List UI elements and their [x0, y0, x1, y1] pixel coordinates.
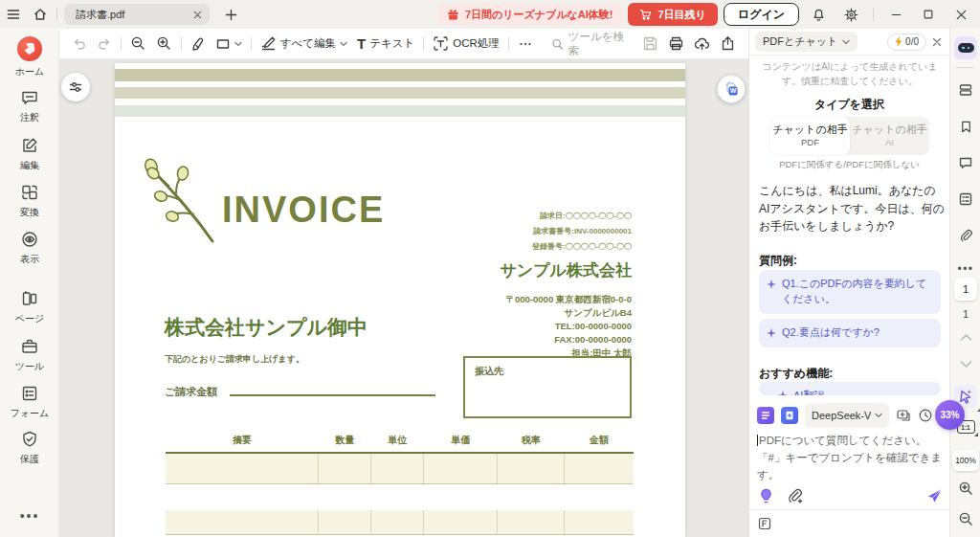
maximize-window-icon[interactable] — [915, 3, 942, 26]
sidebar-item-tools[interactable]: ツール — [0, 337, 59, 373]
previous-page-icon[interactable] — [954, 325, 977, 348]
feature-chip-translate[interactable]: AI翻訳 — [759, 382, 941, 395]
ai-usage-badge[interactable]: 33% — [935, 400, 965, 430]
input-actions — [759, 488, 943, 504]
shape-tool-button[interactable] — [211, 32, 247, 56]
rectangle-shape-icon — [215, 36, 231, 52]
tool-search-input[interactable]: ツールを検索 — [551, 30, 630, 58]
save-icon[interactable] — [637, 32, 663, 56]
notifications-bell-icon[interactable] — [805, 3, 832, 26]
undo-icon[interactable] — [67, 32, 92, 56]
convert-to-word-fab[interactable]: W — [717, 75, 746, 103]
page-total-label: 1 — [950, 308, 980, 320]
minimize-window-icon[interactable] — [882, 3, 909, 26]
redo-icon[interactable] — [92, 32, 117, 56]
prompt-flag-icon[interactable] — [758, 517, 771, 530]
example-question-1[interactable]: Q1.このPDFの内容を要約してください。 — [759, 270, 941, 314]
chevron-down-icon — [875, 413, 882, 418]
form-fields-icon[interactable] — [954, 188, 977, 211]
panel-layout-icon[interactable] — [954, 78, 977, 101]
features-label: おすすめ機能: — [759, 366, 833, 382]
close-window-icon[interactable] — [947, 3, 974, 26]
attach-paperclip-icon[interactable] — [787, 488, 803, 504]
rail-zoom-out-icon[interactable] — [954, 507, 977, 530]
view-options-fab[interactable] — [61, 73, 90, 101]
print-icon[interactable] — [663, 32, 689, 56]
model-toolbar: DeepSeek-V3 — [757, 402, 945, 429]
home-icon[interactable] — [27, 3, 54, 26]
cloud-upload-icon[interactable] — [689, 32, 715, 56]
sparkle-icon — [767, 280, 776, 289]
next-page-icon[interactable] — [954, 352, 977, 375]
ai-assistant-icon[interactable] — [954, 36, 977, 59]
chat-panel-header: PDFとチャット 0/0 — [749, 29, 949, 56]
sidebar-item-convert[interactable]: 変換 — [0, 183, 59, 219]
model-select[interactable]: DeepSeek-V3 — [805, 403, 889, 428]
document-tab[interactable]: 請求書.pdf — [64, 4, 210, 25]
pages-icon — [20, 289, 39, 308]
lightbulb-prompt-icon[interactable] — [759, 488, 773, 504]
rail-more-icon[interactable]: ••• — [950, 262, 980, 276]
sidebar-item-home[interactable]: ホーム — [0, 36, 59, 78]
ai-chat-panel: PDFとチャット 0/0 コンテンツはAIによって生成されています。慎重に精査し… — [748, 29, 949, 537]
document-viewport[interactable]: INVOICE 請求日:〇〇〇〇-〇〇-〇〇 請求書番号:INV-0000000… — [59, 59, 748, 537]
sidebar-item-protect[interactable]: 保護 — [0, 430, 59, 466]
zoom-out-icon[interactable] — [125, 32, 151, 56]
sidebar-item-view[interactable]: 表示 — [0, 230, 59, 266]
decor-stripe-tan — [115, 87, 685, 99]
toggle-chat-with-ai[interactable]: チャットの相手 AI — [850, 117, 929, 155]
toolbar-more-icon[interactable] — [513, 32, 538, 56]
prompt-library-icon[interactable] — [896, 408, 911, 423]
chat-panel-close-icon[interactable] — [930, 35, 944, 49]
sidebar-item-page[interactable]: ページ — [0, 289, 59, 325]
sparkle-icon — [778, 391, 788, 395]
hamburger-menu-icon[interactable] — [0, 3, 27, 26]
sidebar-item-form[interactable]: フォーム — [0, 384, 59, 420]
shield-check-icon — [20, 430, 39, 449]
login-button[interactable]: ログイン — [724, 3, 799, 26]
titlebar-separator — [56, 8, 57, 21]
pdf-page[interactable]: INVOICE 請求日:〇〇〇〇-〇〇-〇〇 請求書番号:INV-0000000… — [115, 63, 685, 537]
examples-label: 質問例: — [759, 253, 797, 269]
rail-zoom-in-icon[interactable] — [954, 477, 977, 500]
ai-credits-badge[interactable]: 0/0 — [887, 34, 926, 51]
edit-all-button[interactable]: すべて編集 — [256, 32, 352, 56]
chat-mode-selector[interactable]: PDFとチャット — [755, 32, 858, 52]
chat-panel-title: PDFとチャット — [763, 34, 837, 49]
new-tab-icon[interactable] — [217, 3, 244, 26]
edit-pencil-icon — [20, 136, 39, 155]
invoice-title: INVOICE — [222, 190, 385, 231]
sidebar-item-annotate[interactable]: 注釈 — [0, 88, 59, 124]
pen-tool-icon[interactable] — [186, 32, 211, 56]
ai-disclaimer: コンテンツはAIによって生成されています。慎重に精査してください。 — [761, 59, 939, 88]
trial-button[interactable]: 7日目残り — [628, 3, 717, 26]
share-export-icon[interactable] — [715, 32, 741, 56]
example-question-2[interactable]: Q2.要点は何ですか? — [759, 319, 941, 347]
text-tool-button[interactable]: T テキスト — [352, 32, 419, 56]
panel-divider — [749, 509, 949, 510]
sidebar-more-icon[interactable]: ••• — [0, 508, 59, 524]
page-number-input[interactable]: 1 — [954, 278, 977, 301]
tab-close-icon[interactable] — [193, 11, 202, 19]
right-sidebar: ••• 1 1 1:1 100% — [949, 29, 980, 537]
edit-all-icon — [260, 35, 277, 52]
ai-page-app-icon[interactable] — [781, 407, 798, 424]
gift-icon — [447, 9, 459, 21]
zoom-in-icon[interactable] — [151, 32, 177, 56]
bookmark-icon[interactable] — [954, 115, 977, 138]
ai-doc-app-icon[interactable] — [757, 407, 774, 424]
form-icon — [20, 384, 39, 403]
toggle-chat-with-pdf[interactable]: チャットの相手 PDF — [770, 117, 850, 155]
sidebar-item-edit[interactable]: 編集 — [0, 136, 59, 172]
invoice-note: 下記のとおりご請求申し上げます。 — [165, 353, 304, 366]
settings-gear-icon[interactable] — [837, 3, 864, 26]
table-row — [166, 484, 634, 510]
comments-icon[interactable] — [954, 151, 977, 174]
ocr-button[interactable]: OCR処理 — [428, 32, 504, 56]
attachments-icon[interactable] — [954, 224, 977, 247]
zoom-level-indicator[interactable]: 100% — [952, 450, 979, 471]
history-clock-icon[interactable] — [918, 408, 933, 423]
promo-banner[interactable]: 7日間のリーズナブルなAI体験! — [437, 4, 623, 25]
chat-input[interactable]: PDFについて質問してください。「#」キーでプロンプトを確認できます。 — [757, 433, 946, 483]
send-icon[interactable] — [926, 488, 943, 504]
